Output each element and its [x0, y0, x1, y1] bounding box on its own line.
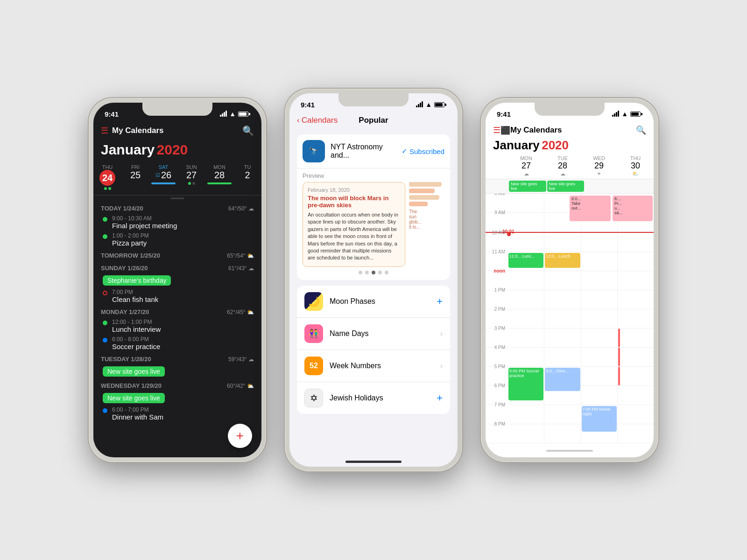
week-day-fri[interactable]: FRI 25: [121, 162, 149, 195]
events-list-left[interactable]: TODAY 1/24/20 64°/50° ☁ 9:00 - 10:30 AM …: [93, 201, 261, 441]
grid-cols-10am: [508, 233, 654, 252]
grid-col-tue-1pm[interactable]: [544, 290, 581, 309]
all-day-new-site-2[interactable]: New site goes live: [547, 181, 585, 192]
all-day-new-site[interactable]: New site goes live: [509, 181, 546, 192]
jewish-holidays-add-button[interactable]: +: [437, 392, 443, 404]
week-numbers-chevron[interactable]: ›: [440, 362, 443, 370]
grid-col-thu-6pm[interactable]: [618, 386, 654, 405]
grid-col-mon-3pm[interactable]: [508, 329, 544, 347]
week-day-sun[interactable]: SUN 27: [177, 162, 205, 195]
event-fish-tank[interactable]: 7:00 PM Clean fish tank: [93, 287, 261, 305]
week-col-mon[interactable]: MON 27 ☁: [508, 155, 544, 177]
grid-col-thu-4pm[interactable]: [618, 348, 654, 366]
event-movie-wed[interactable]: 7:00 PM Movie night: [582, 406, 617, 432]
fab-button[interactable]: +: [228, 424, 252, 448]
event-pizza[interactable]: 1:00 - 2:00 PM Pizza party: [93, 231, 261, 248]
grid-col-mon-11am[interactable]: 11:0... Lunc...: [508, 252, 544, 271]
week-day-mon[interactable]: MON 28: [205, 162, 233, 195]
grid-col-wed-3pm[interactable]: [581, 329, 618, 347]
grid-col-thu-8pm[interactable]: [618, 424, 654, 443]
event-take-out[interactable]: 8:0...Takeout...: [570, 196, 611, 221]
week-day-mon-num: 28: [205, 170, 233, 181]
grid-col-tue-7pm[interactable]: [544, 405, 581, 424]
grid-col-mon-5pm[interactable]: 5:00 PM Soccer practice: [508, 367, 544, 385]
grid-col-thu-noon[interactable]: [618, 271, 654, 290]
grid-col-wed-7pm[interactable]: 7:00 PM Movie night: [581, 405, 618, 424]
grid-col-thu-7pm[interactable]: [618, 405, 654, 424]
grid-col-wed-1pm[interactable]: [581, 290, 618, 309]
star-of-david-icon: ✡: [310, 392, 318, 404]
grid-col-wed-4pm[interactable]: [581, 348, 618, 366]
popular-title: Popular: [359, 116, 388, 125]
time-row-3pm: 3 PM: [486, 329, 654, 348]
event-soccer[interactable]: 6:00 - 8:00 PM Soccer practice: [93, 335, 261, 352]
grid-col-wed-5pm[interactable]: [581, 367, 618, 385]
mon-label: MON: [508, 155, 544, 161]
week-col-tue[interactable]: TUE 28 ☁: [544, 155, 581, 177]
grid-col-thu-1pm[interactable]: [618, 290, 654, 309]
name-days-item[interactable]: 👫 Name Days ›: [297, 318, 450, 350]
event-lunch-interview[interactable]: 12:00 - 1:00 PM Lunch interview: [93, 317, 261, 335]
grid-col-tue-noon[interactable]: [544, 271, 581, 290]
grid-col-thu-5pm[interactable]: [618, 367, 654, 385]
search-button-left[interactable]: 🔍: [242, 125, 254, 136]
dot-4: [378, 271, 382, 274]
grid-col-mon-7pm[interactable]: [508, 405, 544, 424]
grid-col-thu-3pm[interactable]: [618, 329, 654, 347]
week-col-thu[interactable]: THU 30 ⛅: [617, 155, 654, 177]
grid-col-thu-11am[interactable]: [618, 252, 654, 271]
grid-col-thu-2pm[interactable]: [618, 309, 654, 328]
grid-col-tue-5pm[interactable]: 5:0... Dinn...: [544, 367, 581, 385]
moon-phases-item[interactable]: 🌙 Moon Phases +: [297, 286, 450, 318]
all-day-events: New site goes live New site goes live: [508, 179, 654, 193]
header-left-group: ☰ My Calendars: [101, 126, 164, 136]
event-new-site-2[interactable]: New site goes live: [93, 391, 261, 405]
preview-card-body: An occultation occurs when one body in s…: [308, 211, 400, 262]
grid-col-wed-2pm[interactable]: [581, 309, 618, 328]
week-day-thu[interactable]: THU 24: [93, 162, 121, 195]
grid-col-tue-11am[interactable]: 12:0... Lunch: [544, 252, 581, 271]
search-icon-right[interactable]: 🔍: [636, 125, 646, 135]
grid-col-mon-4pm[interactable]: [508, 348, 544, 366]
event-dinner-tue[interactable]: 5:0... Dinn...: [545, 368, 580, 391]
grid-col-tue-2pm[interactable]: [544, 309, 581, 328]
week-col-wed[interactable]: WED 29 ☀: [581, 155, 617, 177]
grid-col-mon-noon[interactable]: [508, 271, 544, 290]
week-day-tue[interactable]: TU 2: [233, 162, 261, 195]
grid-col-wed-11am[interactable]: [581, 252, 618, 271]
week-day-fri-label: FRI: [121, 164, 149, 170]
event-new-site-1[interactable]: New site goes live: [93, 364, 261, 378]
grid-col-mon-2pm[interactable]: [508, 309, 544, 328]
grid-col-mon-1pm[interactable]: [508, 290, 544, 309]
wifi-icon-center: ▲: [425, 101, 432, 108]
event-soccer-mon[interactable]: 5:00 PM Soccer practice: [508, 368, 543, 400]
featured-item[interactable]: 🔭 NYT Astronomy and... ✓ Subscribed: [297, 134, 450, 168]
grid-col-mon-8pm[interactable]: [508, 424, 544, 443]
preview-card-date: February 18, 2020: [308, 187, 400, 193]
event-birthday[interactable]: Stephanie's birthday: [93, 273, 261, 287]
grid-col-tue-3pm[interactable]: [544, 329, 581, 347]
grid-col-wed-10am[interactable]: [581, 233, 618, 252]
event-lunch-tue[interactable]: 12:0... Lunch: [545, 253, 580, 268]
grid-col-tue-8pm[interactable]: [544, 424, 581, 443]
event-appointment[interactable]: 8:...Pr...u...sä...: [613, 196, 653, 221]
grid-col-mon-8am[interactable]: [508, 194, 544, 212]
moon-phases-add-button[interactable]: +: [437, 295, 443, 308]
grid-col-thu-10am[interactable]: [618, 233, 654, 252]
event-dinner[interactable]: 6:00 - 7:00 PM Dinner with Sam: [93, 405, 261, 422]
jewish-holidays-item[interactable]: ✡ Jewish Holidays +: [297, 382, 450, 414]
grid-col-mon-10am[interactable]: [508, 233, 544, 252]
name-days-chevron[interactable]: ›: [440, 329, 443, 338]
event-final-meeting[interactable]: 9:00 - 10:30 AM Final project meeting: [93, 214, 261, 231]
grid-col-wed-6pm[interactable]: [581, 386, 618, 405]
grid-col-tue-10am[interactable]: [544, 233, 581, 252]
grid-col-tue-4pm[interactable]: [544, 348, 581, 366]
event-lunch-mon[interactable]: 11:0... Lunc...: [508, 253, 543, 268]
grid-col-mon-9am[interactable]: [508, 213, 544, 231]
preview-card-1[interactable]: February 18, 2020 The moon will block Ma…: [303, 182, 405, 267]
grid-col-wed-noon[interactable]: [581, 271, 618, 290]
back-button[interactable]: ‹ Calendars: [297, 116, 338, 125]
week-numbers-item[interactable]: 52 Week Numbers ›: [297, 350, 450, 382]
week-day-sat[interactable]: SAT ☑ 26: [149, 162, 177, 195]
hamburger-icon[interactable]: ☰: [101, 126, 108, 136]
